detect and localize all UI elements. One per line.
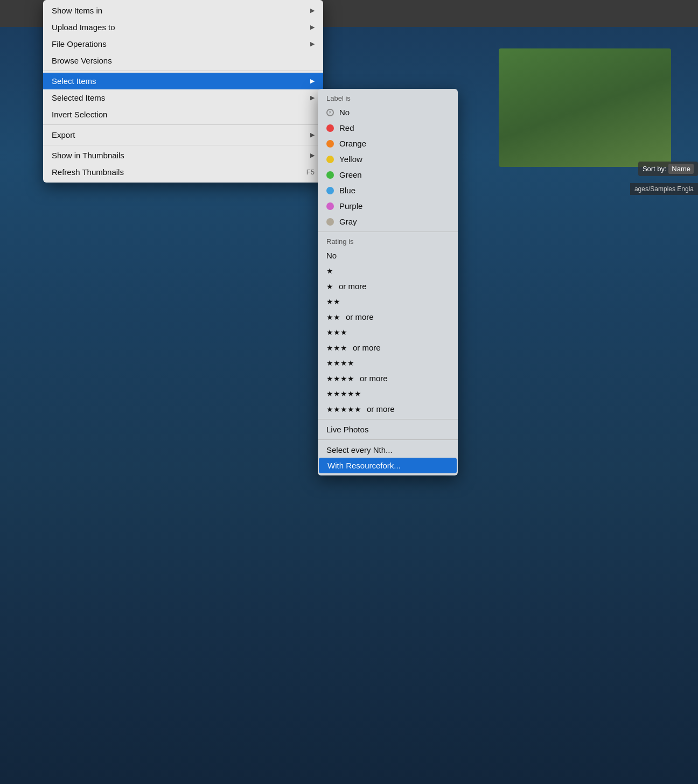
menu-label-browse-versions: Browse Versions [52,56,112,65]
menu-label-invert-selection: Invert Selection [52,110,107,119]
menu-label-show-thumbnails: Show in Thumbnails [52,151,124,160]
rating-4-more-stars: ★★★★ [326,374,354,383]
menu-item-show-items-in[interactable]: Show Items in ▶ [43,2,323,19]
thumbnail-preview [499,48,671,167]
submenu-select-every-nth[interactable]: Select every Nth... [318,442,458,458]
submenu-label-blue[interactable]: Blue [318,183,458,198]
menu-item-refresh-thumbnails[interactable]: Refresh Thumbnails F5 [43,164,323,180]
submenu-rating-3[interactable]: ★★★ [318,325,458,340]
color-dot-orange [326,140,334,148]
submenu-rating-3-more[interactable]: ★★★ or more [318,340,458,355]
label-blue-text: Blue [339,186,355,195]
color-dot-gray [326,218,334,226]
thumbnail-image [499,48,671,167]
rating-5-stars: ★★★★★ [326,389,361,398]
menu-item-selected-items[interactable]: Selected Items ▶ [43,89,323,106]
submenu-label-orange[interactable]: Orange [318,136,458,151]
submenu-separator-2 [318,419,458,419]
submenu-label-yellow[interactable]: Yellow [318,151,458,167]
submenu-with-resourcefork[interactable]: With Resourcefork... [319,458,457,473]
no-circle-icon [326,109,334,116]
arrow-select-items: ▶ [310,78,315,85]
label-red-text: Red [339,123,354,132]
menu-item-select-items[interactable]: Select Items ▶ [43,73,323,89]
label-orange-text: Orange [339,139,366,148]
sort-value: Name [668,164,694,174]
arrow-show-items-in: ▶ [310,7,315,14]
submenu-separator-3 [318,439,458,440]
label-no-text: No [339,108,350,117]
submenu-rating-2[interactable]: ★★ [318,294,458,309]
separator-3 [43,145,323,145]
select-every-nth-text: Select every Nth... [326,445,393,454]
arrow-file-operations: ▶ [310,40,315,47]
menu-item-invert-selection[interactable]: Invert Selection [43,106,323,123]
rating-5-more-stars: ★★★★★ [326,405,361,414]
rating-4-stars: ★★★★ [326,359,354,367]
menu-item-show-thumbnails[interactable]: Show in Thumbnails ▶ [43,147,323,164]
label-gray-text: Gray [339,217,357,226]
menu-item-browse-versions[interactable]: Browse Versions [43,52,323,69]
menu-item-upload-images[interactable]: Upload Images to ▶ [43,19,323,36]
color-dot-red [326,124,334,132]
rating-3-more-text: or more [353,343,381,352]
menu-label-upload-images: Upload Images to [52,23,115,32]
submenu-label-red[interactable]: Red [318,120,458,136]
rating-2-more-stars: ★★ [326,313,340,321]
rating-1-more-text: or more [339,282,367,291]
color-dot-purple [326,202,334,210]
path-bar: ages/Samples Engla [630,183,698,195]
rating-1-more-stars: ★ [326,282,333,291]
rating-3-more-stars: ★★★ [326,344,347,352]
menu-item-file-operations[interactable]: File Operations ▶ [43,36,323,52]
rating-2-more-text: or more [346,312,374,321]
menu-label-show-items-in: Show Items in [52,6,102,15]
rating-1-stars: ★ [326,267,333,275]
menu-label-selected-items: Selected Items [52,93,105,102]
submenu-rating-2-more[interactable]: ★★ or more [318,309,458,325]
label-section-header: Label is [318,91,458,104]
submenu-rating-1-more[interactable]: ★ or more [318,278,458,294]
submenu-label-purple[interactable]: Purple [318,198,458,214]
submenu-rating-5[interactable]: ★★★★★ [318,386,458,401]
submenu-rating-5-more[interactable]: ★★★★★ or more [318,401,458,417]
sort-bar: Sort by: Name [638,162,698,176]
submenu-select-items: Label is No Red Orange Yellow Green Blue… [318,89,458,475]
submenu-rating-no[interactable]: No [318,248,458,263]
separator-2 [43,124,323,125]
rating-2-stars: ★★ [326,297,340,306]
menu-label-export: Export [52,130,75,139]
menu-label-file-operations: File Operations [52,39,107,48]
path-text: ages/Samples Engla [634,185,694,193]
rating-no-text: No [326,251,337,260]
submenu-live-photos[interactable]: Live Photos [318,422,458,437]
submenu-label-no[interactable]: No [318,104,458,120]
rating-5-more-text: or more [367,404,395,414]
color-dot-green [326,171,334,179]
rating-3-stars: ★★★ [326,328,347,337]
arrow-upload-images: ▶ [310,24,315,31]
label-yellow-text: Yellow [339,155,362,164]
submenu-label-gray[interactable]: Gray [318,214,458,229]
color-dot-blue [326,187,334,194]
menu-label-refresh-thumbnails: Refresh Thumbnails [52,167,124,177]
sort-label: Sort by: [643,165,667,173]
submenu-rating-4[interactable]: ★★★★ [318,355,458,370]
rating-4-more-text: or more [360,374,388,383]
arrow-show-thumbnails: ▶ [310,152,315,159]
submenu-rating-4-more[interactable]: ★★★★ or more [318,370,458,386]
rating-section-header: Rating is [318,234,458,248]
context-menu-main: Show Items in ▶ Upload Images to ▶ File … [43,0,323,183]
label-purple-text: Purple [339,201,362,211]
shortcut-refresh-thumbnails: F5 [306,168,315,176]
submenu-rating-1[interactable]: ★ [318,263,458,278]
with-resourcefork-text: With Resourcefork... [327,461,401,470]
submenu-label-green[interactable]: Green [318,167,458,183]
menu-item-export[interactable]: Export ▶ [43,127,323,143]
arrow-export: ▶ [310,131,315,138]
arrow-selected-items: ▶ [310,94,315,101]
menu-label-select-items: Select Items [52,76,96,86]
separator-1 [43,71,323,71]
color-dot-yellow [326,156,334,163]
live-photos-text: Live Photos [326,425,368,434]
